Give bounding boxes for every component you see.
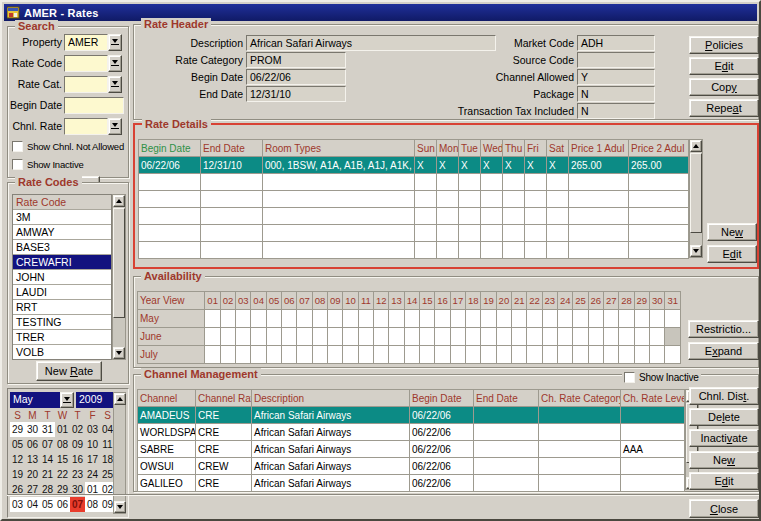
scroll-down-icon[interactable]: [114, 501, 126, 513]
search-rate-code-dropdown-icon[interactable]: [108, 55, 122, 72]
availability-cell[interactable]: [343, 310, 358, 328]
availability-cell[interactable]: [205, 328, 220, 346]
availability-cell[interactable]: [435, 346, 450, 364]
availability-cell[interactable]: [343, 328, 358, 346]
channel-row[interactable]: SABRECREAfrican Safari Airways06/22/06 A…: [138, 441, 685, 458]
availability-cell[interactable]: [220, 328, 235, 346]
availability-cell[interactable]: [389, 328, 404, 346]
availability-cell[interactable]: [282, 310, 297, 328]
rate-code-item[interactable]: RRT: [13, 300, 111, 315]
availability-cell[interactable]: [328, 346, 343, 364]
availability-cell[interactable]: [650, 346, 665, 364]
calendar-day-cell[interactable]: 05: [40, 497, 55, 512]
policies-button[interactable]: Policies: [689, 36, 759, 54]
availability-cell[interactable]: [420, 346, 435, 364]
rate-details-edit-button[interactable]: Edit: [707, 245, 757, 263]
availability-cell[interactable]: [466, 310, 481, 328]
availability-cell[interactable]: [573, 328, 588, 346]
show-chnl-not-allowed-checkbox[interactable]: [12, 141, 23, 152]
calendar-month-select[interactable]: May: [10, 392, 60, 408]
availability-cell[interactable]: [450, 310, 465, 328]
rate-code-item[interactable]: BASE3: [13, 240, 111, 255]
rate-code-item[interactable]: 3M: [13, 210, 111, 225]
availability-cell[interactable]: [650, 328, 665, 346]
availability-cell[interactable]: [527, 346, 542, 364]
edit-button[interactable]: Edit: [689, 57, 759, 75]
availability-cell[interactable]: [435, 310, 450, 328]
close-button[interactable]: Close: [689, 499, 759, 518]
availability-cell[interactable]: [297, 346, 312, 364]
restrictions-button[interactable]: Restrictio...: [688, 320, 759, 338]
calendar-day-cell[interactable]: 06: [25, 437, 40, 452]
availability-cell[interactable]: [558, 310, 573, 328]
delete-button[interactable]: Delete: [689, 408, 759, 426]
calendar-day-cell[interactable]: 29: [10, 422, 25, 437]
calendar-day-cell[interactable]: 10: [85, 437, 100, 452]
edit-button[interactable]: Edit: [689, 472, 759, 490]
availability-cell[interactable]: [220, 346, 235, 364]
search-rate-cat-input[interactable]: [64, 76, 108, 93]
calendar-day-cell[interactable]: 22: [55, 467, 70, 482]
availability-cell[interactable]: [650, 310, 665, 328]
availability-cell[interactable]: [542, 310, 557, 328]
availability-cell[interactable]: [558, 346, 573, 364]
availability-cell[interactable]: [481, 328, 496, 346]
availability-cell[interactable]: [266, 328, 281, 346]
availability-cell[interactable]: [527, 328, 542, 346]
availability-cell[interactable]: [604, 346, 619, 364]
availability-cell[interactable]: [328, 310, 343, 328]
repeat-button[interactable]: Repeat: [689, 99, 759, 117]
availability-cell[interactable]: [312, 310, 327, 328]
rate-codes-scrollbar[interactable]: [112, 194, 126, 360]
availability-cell[interactable]: [205, 310, 220, 328]
availability-cell[interactable]: [343, 346, 358, 364]
calendar-day-cell[interactable]: 19: [10, 467, 25, 482]
calendar-day-cell[interactable]: 03: [10, 497, 25, 512]
availability-cell[interactable]: [496, 310, 511, 328]
availability-cell[interactable]: [358, 328, 373, 346]
calendar-day-cell[interactable]: 23: [70, 467, 85, 482]
availability-cell[interactable]: [496, 328, 511, 346]
year-view-header[interactable]: Year View: [138, 292, 205, 310]
calendar-day-cell[interactable]: 30: [25, 422, 40, 437]
rate-details-empty-row[interactable]: [139, 174, 689, 191]
availability-cell[interactable]: [236, 328, 251, 346]
chnl-dist-button[interactable]: Chnl. Dist.: [689, 387, 759, 405]
search-rate-cat-dropdown-icon[interactable]: [108, 76, 122, 93]
availability-cell[interactable]: [573, 310, 588, 328]
availability-cell[interactable]: [665, 328, 681, 346]
calendar-day-cell[interactable]: 07: [40, 437, 55, 452]
calendar-today-cell[interactable]: 07: [70, 497, 85, 512]
availability-cell[interactable]: [588, 346, 603, 364]
rate-code-item[interactable]: VOLB: [13, 345, 111, 360]
availability-cell[interactable]: [251, 310, 266, 328]
availability-cell[interactable]: [220, 310, 235, 328]
rate-details-empty-row[interactable]: [139, 225, 689, 242]
availability-cell[interactable]: [297, 310, 312, 328]
inactivate-button[interactable]: Inactivate: [689, 429, 759, 447]
search-begin-date-input[interactable]: [64, 97, 124, 114]
availability-cell[interactable]: [374, 328, 389, 346]
copy-button[interactable]: Copy: [689, 78, 759, 96]
channel-row[interactable]: WORLDSPACREAfrican Safari Airways06/22/0…: [138, 424, 685, 441]
rate-details-row[interactable]: 06/22/0612/31/10000, 1BSW, A1A, A1B, A1J…: [139, 157, 689, 174]
availability-cell[interactable]: [527, 310, 542, 328]
rate-code-item[interactable]: LAUDI: [13, 285, 111, 300]
calendar-day-cell[interactable]: 17: [85, 452, 100, 467]
availability-cell[interactable]: [542, 346, 557, 364]
availability-cell[interactable]: [358, 346, 373, 364]
availability-cell[interactable]: [251, 346, 266, 364]
availability-cell[interactable]: [266, 310, 281, 328]
rate-details-new-button[interactable]: New: [707, 223, 757, 241]
availability-cell[interactable]: [435, 328, 450, 346]
calendar-day-cell[interactable]: 05: [10, 437, 25, 452]
availability-cell[interactable]: [619, 346, 634, 364]
channel-row[interactable]: AMADEUSCREAfrican Safari Airways06/22/06: [138, 407, 685, 424]
rate-code-item[interactable]: TRER: [13, 330, 111, 345]
calendar-month-dropdown-icon[interactable]: [60, 392, 74, 408]
availability-cell[interactable]: [450, 346, 465, 364]
availability-cell[interactable]: [634, 346, 649, 364]
availability-cell[interactable]: [466, 346, 481, 364]
scroll-up-icon[interactable]: [690, 140, 702, 152]
scroll-down-icon[interactable]: [690, 245, 702, 257]
